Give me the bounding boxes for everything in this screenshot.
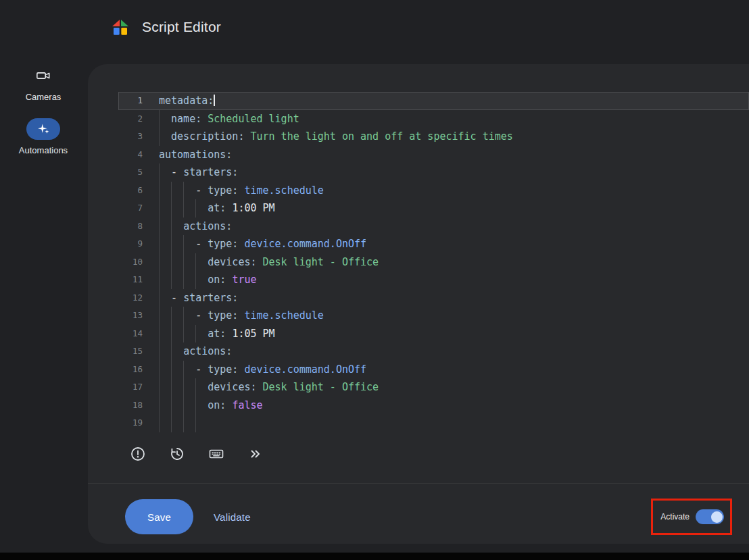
code-line[interactable]: 18 on: false bbox=[118, 397, 749, 415]
indent-guide bbox=[171, 235, 172, 253]
indent-guide bbox=[171, 271, 172, 289]
code-line[interactable]: 10 devices: Desk light - Office bbox=[118, 253, 749, 272]
sidebar-item-label: Automations bbox=[19, 145, 68, 155]
code-line-text: - type: time.schedule bbox=[159, 307, 749, 325]
indent-guide bbox=[183, 271, 184, 289]
indent-guide bbox=[171, 342, 172, 361]
indent-guide bbox=[183, 182, 184, 200]
sidebar-item-label: Cameras bbox=[26, 92, 62, 102]
validate-button[interactable]: Validate bbox=[214, 511, 251, 523]
line-number: 1 bbox=[118, 92, 148, 110]
indent-guide bbox=[171, 307, 172, 325]
code-line-text: devices: Desk light - Office bbox=[159, 378, 749, 397]
code-line-text: metadata: bbox=[159, 92, 749, 110]
code-line[interactable]: 12 - starters: bbox=[118, 289, 749, 307]
indent-guide bbox=[159, 182, 160, 200]
videocam-icon bbox=[26, 65, 60, 86]
code-line-text: automations: bbox=[159, 146, 749, 164]
line-number: 2 bbox=[118, 110, 148, 128]
indent-guide bbox=[159, 361, 160, 379]
indent-guide bbox=[183, 307, 184, 325]
code-line-text: at: 1:05 PM bbox=[159, 325, 749, 343]
line-number: 6 bbox=[118, 182, 148, 200]
indent-guide bbox=[159, 397, 160, 415]
code-line-text: actions: bbox=[159, 218, 749, 236]
line-number: 14 bbox=[118, 325, 148, 343]
toggle-knob bbox=[711, 511, 723, 523]
code-line-text: - starters: bbox=[159, 289, 749, 307]
code-line[interactable]: 15 actions: bbox=[118, 342, 749, 361]
indent-guide bbox=[195, 378, 196, 397]
bottom-edge bbox=[0, 553, 749, 560]
line-number: 15 bbox=[118, 342, 148, 361]
code-line-text: on: false bbox=[159, 397, 749, 415]
code-line[interactable]: 14 at: 1:05 PM bbox=[118, 325, 749, 343]
indent-guide bbox=[183, 253, 184, 272]
code-line-text: - starters: bbox=[159, 163, 749, 182]
line-number: 7 bbox=[118, 199, 148, 218]
indent-guide bbox=[171, 182, 172, 200]
indent-guide bbox=[159, 235, 160, 253]
code-editor[interactable]: 1metadata:2 name: Scheduled light3 descr… bbox=[118, 92, 749, 432]
editor-panel: 1metadata:2 name: Scheduled light3 descr… bbox=[88, 64, 749, 544]
code-line-text bbox=[159, 414, 749, 432]
indent-guide bbox=[195, 271, 196, 289]
code-line[interactable]: 17 devices: Desk light - Office bbox=[118, 378, 749, 397]
indent-guide bbox=[183, 199, 184, 218]
code-line[interactable]: 13 - type: time.schedule bbox=[118, 307, 749, 325]
code-line[interactable]: 4automations: bbox=[118, 146, 749, 164]
code-line[interactable]: 9 - type: device.command.OnOff bbox=[118, 235, 749, 253]
code-line[interactable]: 3 description: Turn the light on and off… bbox=[118, 128, 749, 146]
page-title: Script Editor bbox=[142, 19, 221, 35]
code-line[interactable]: 5 - starters: bbox=[118, 163, 749, 182]
code-line-text: - type: device.command.OnOff bbox=[159, 235, 749, 253]
keyboard-icon[interactable] bbox=[208, 446, 224, 462]
code-line-text: devices: Desk light - Office bbox=[159, 253, 749, 272]
indent-guide bbox=[171, 218, 172, 236]
code-line[interactable]: 16 - type: device.command.OnOff bbox=[118, 361, 749, 379]
indent-guide bbox=[183, 235, 184, 253]
line-number: 12 bbox=[118, 289, 148, 307]
indent-guide bbox=[171, 325, 172, 343]
indent-guide bbox=[159, 325, 160, 343]
activate-toggle[interactable] bbox=[696, 509, 724, 524]
code-line-text: - type: time.schedule bbox=[159, 182, 749, 200]
indent-guide bbox=[195, 397, 196, 415]
indent-guide bbox=[159, 289, 160, 307]
problems-icon[interactable] bbox=[130, 446, 146, 462]
indent-guide bbox=[159, 253, 160, 272]
sidebar-item-cameras[interactable]: Cameras bbox=[0, 65, 87, 102]
code-line[interactable]: 7 at: 1:00 PM bbox=[118, 199, 749, 218]
code-line[interactable]: 19 bbox=[118, 414, 749, 432]
code-line[interactable]: 2 name: Scheduled light bbox=[118, 110, 749, 128]
indent-guide bbox=[195, 199, 196, 218]
activate-label: Activate bbox=[660, 512, 690, 521]
indent-guide bbox=[159, 128, 160, 146]
indent-guide bbox=[183, 325, 184, 343]
indent-guide bbox=[159, 110, 160, 128]
expand-icon[interactable] bbox=[247, 446, 264, 462]
code-line-text: name: Scheduled light bbox=[159, 110, 749, 128]
indent-guide bbox=[159, 199, 160, 218]
indent-guide bbox=[171, 253, 172, 272]
line-number: 3 bbox=[118, 128, 148, 146]
text-caret bbox=[214, 95, 215, 106]
history-icon[interactable] bbox=[169, 446, 185, 462]
code-line[interactable]: 1metadata: bbox=[118, 92, 749, 110]
code-line[interactable]: 11 on: true bbox=[118, 271, 749, 289]
save-button[interactable]: Save bbox=[125, 499, 193, 534]
indent-guide bbox=[171, 414, 172, 432]
line-number: 16 bbox=[118, 361, 148, 379]
line-number: 10 bbox=[118, 253, 148, 272]
indent-guide bbox=[159, 414, 160, 432]
code-line[interactable]: 8 actions: bbox=[118, 218, 749, 236]
sidebar-item-automations[interactable]: Automations bbox=[0, 118, 87, 155]
indent-guide bbox=[195, 414, 196, 432]
code-line-text: at: 1:00 PM bbox=[159, 199, 749, 218]
line-number: 13 bbox=[118, 307, 148, 325]
indent-guide bbox=[159, 163, 160, 182]
annotation-activate-highlight: Activate bbox=[651, 499, 732, 535]
code-line-text: on: true bbox=[159, 271, 749, 289]
line-number: 9 bbox=[118, 235, 148, 253]
code-line[interactable]: 6 - type: time.schedule bbox=[118, 182, 749, 200]
